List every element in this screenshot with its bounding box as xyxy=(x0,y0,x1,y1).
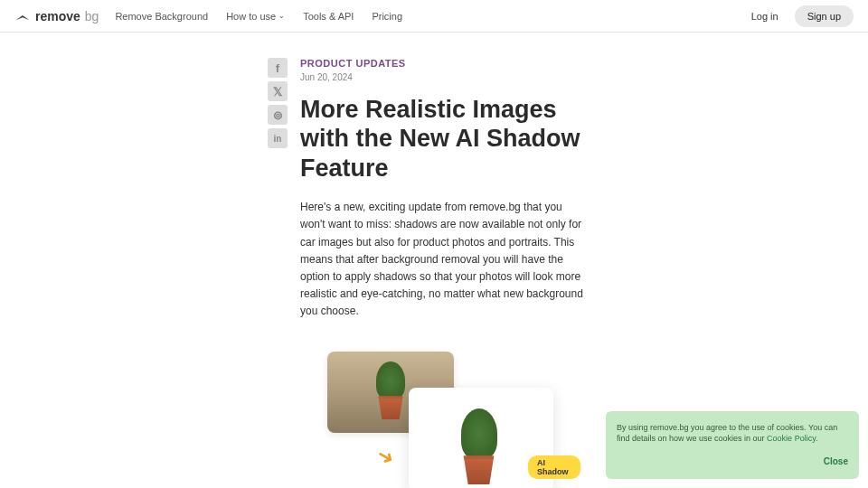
article: PRODUCT UPDATES Jun 20, 2024 More Realis… xyxy=(300,58,590,488)
article-illustration: ➜ AI Shadow xyxy=(309,347,580,488)
logo[interactable]: removebg xyxy=(14,9,99,23)
arrow-icon: ➜ xyxy=(373,443,399,472)
article-date: Jun 20, 2024 xyxy=(300,72,590,82)
share-facebook-button[interactable]: f xyxy=(268,58,288,78)
nav-tools-api[interactable]: Tools & API xyxy=(303,11,354,22)
login-link[interactable]: Log in xyxy=(751,11,778,22)
logo-text-suffix: bg xyxy=(85,9,99,23)
cookie-banner: By using remove.bg you agree to the use … xyxy=(606,411,859,479)
share-sidebar: f 𝕏 ⊚ in xyxy=(268,58,288,488)
cookie-close-button[interactable]: Close xyxy=(617,455,848,468)
article-category: PRODUCT UPDATES xyxy=(300,58,590,69)
nav-remove-background[interactable]: Remove Background xyxy=(115,11,208,22)
share-twitter-button[interactable]: 𝕏 xyxy=(268,81,288,101)
logo-icon xyxy=(14,12,31,21)
cookie-policy-link[interactable]: Cookie Policy xyxy=(767,434,816,443)
nav-pricing[interactable]: Pricing xyxy=(372,11,402,22)
share-linkedin-button[interactable]: in xyxy=(268,128,288,148)
article-body: Here's a new, exciting update from remov… xyxy=(300,199,590,320)
plant-after xyxy=(454,394,504,484)
share-reddit-button[interactable]: ⊚ xyxy=(268,105,288,125)
main-nav: Remove Background How to use⌄ Tools & AP… xyxy=(115,11,402,22)
article-title: More Realistic Images with the New AI Sh… xyxy=(300,95,590,183)
ai-shadow-badge: AI Shadow xyxy=(528,455,580,479)
plant-before xyxy=(373,356,409,419)
chevron-down-icon: ⌄ xyxy=(278,12,285,20)
cookie-text: By using remove.bg you agree to the use … xyxy=(617,423,837,444)
signup-button[interactable]: Sign up xyxy=(795,5,854,27)
logo-text-main: remove xyxy=(35,9,80,23)
header: removebg Remove Background How to use⌄ T… xyxy=(0,0,868,33)
nav-how-to-use[interactable]: How to use⌄ xyxy=(226,11,285,22)
